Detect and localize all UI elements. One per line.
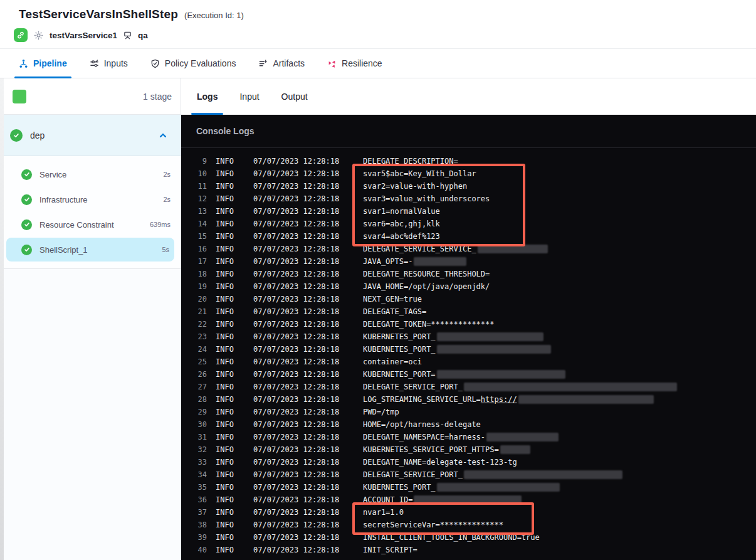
log-timestamp: 07/07/2023 12:28:18 [253,207,363,216]
log-level: INFO [216,270,253,278]
log-line-number: 35 [181,483,207,492]
log-text: DELEGATE_NAME=delegate-test-123-tg [363,458,517,467]
log-level: INFO [216,345,253,354]
sidebar-empty-area [0,269,181,560]
log-row: 22INFO07/07/2023 12:28:18DELEGATE_TOKEN=… [181,318,756,330]
log-text: PWD=/tmp [363,408,399,416]
log-message: container=oci [363,357,756,366]
log-level: INFO [216,520,253,529]
environment-name[interactable]: qa [138,31,148,40]
log-message: svar6=abc,ghj,klk [363,219,756,228]
log-timestamp: 07/07/2023 12:28:18 [253,546,363,554]
log-message: DELEGATE_NAME=delegate-test-123-tg [363,458,756,467]
log-text: svar6=abc,ghj,klk [363,219,440,228]
success-check-icon [21,219,32,230]
tab-pipeline[interactable]: Pipeline [19,49,67,78]
log-line-number: 11 [181,182,207,191]
console: Console Logs 9INFO07/07/2023 12:28:18DEL… [181,115,756,560]
log-message: DELEGATE_TOKEN=************** [363,320,756,329]
success-check-icon [10,129,23,142]
log-row: 27INFO07/07/2023 12:28:18DELEGATE_SERVIC… [181,381,756,393]
console-log-output: 9INFO07/07/2023 12:28:18DELEGATE_DESCRIP… [181,148,756,556]
redacted-text [500,445,530,454]
log-row: 28INFO07/07/2023 12:28:18LOG_STREAMING_S… [181,393,756,406]
log-message: nvar1=1.0 [363,508,756,517]
log-timestamp: 07/07/2023 12:28:18 [253,345,363,354]
log-tab-logs[interactable]: Logs [191,78,223,115]
log-message: ACCOUNT_ID= [363,495,756,504]
log-row: 23INFO07/07/2023 12:28:18KUBERNETES_PORT… [181,330,756,343]
step-resource-constraint[interactable]: Resource Constraint639ms [0,212,181,237]
redacted-text [464,470,622,479]
log-row: 30INFO07/07/2023 12:28:18HOME=/opt/harne… [181,418,756,431]
log-level: INFO [216,420,253,429]
log-text: HOME=/opt/harness-delegate [363,420,481,429]
log-row: 13INFO07/07/2023 12:28:18svar1=normalVal… [181,205,756,218]
tab-policy-evaluations[interactable]: Policy Evaluations [150,49,236,78]
log-level: INFO [216,495,253,504]
log-row: 31INFO07/07/2023 12:28:18DELEGATE_NAMESP… [181,431,756,443]
log-level: INFO [216,219,253,228]
log-message: JAVA_HOME=/opt/java/openjdk/ [363,282,756,291]
step-duration: 2s [163,196,171,203]
log-line-number: 19 [181,282,207,291]
log-level: INFO [216,282,253,291]
step-list: Service2sInfrastructure2sResource Constr… [0,156,181,269]
log-level: INFO [216,207,253,216]
log-text: KUBERNETES_PORT_ [363,483,436,492]
log-message: KUBERNETES_PORT= [363,370,756,379]
tab-resilience[interactable]: Resilience [327,49,382,78]
log-text: nvar1=1.0 [363,508,404,517]
stage-status-square[interactable] [13,90,26,103]
log-line-number: 21 [181,307,207,316]
log-timestamp: 07/07/2023 12:28:18 [253,533,363,542]
success-check-icon [21,194,32,205]
log-line-number: 34 [181,470,207,479]
gear-icon [33,30,44,41]
log-row: 37INFO07/07/2023 12:28:18nvar1=1.0 [181,506,756,519]
service-link-icon [14,28,28,42]
log-line-number: 29 [181,408,207,416]
log-text: DELEGATE_SERVICE_PORT_ [363,383,463,391]
log-line-number: 23 [181,332,207,341]
service-name[interactable]: testVarsService1 [50,31,117,40]
step-infrastructure[interactable]: Infrastructure2s [0,187,181,212]
log-text: svar3=value_with_underscores [363,194,490,203]
log-timestamp: 07/07/2023 12:28:18 [253,245,363,253]
log-message: INSTALL_CLIENT_TOOLS_IN_BACKGROUND=true [363,533,756,542]
log-level: INFO [216,395,253,404]
log-row: 20INFO07/07/2023 12:28:18NEXT_GEN=true [181,293,756,305]
log-line-number: 30 [181,420,207,429]
redacted-text [414,495,522,504]
log-row: 35INFO07/07/2023 12:28:18KUBERNETES_PORT… [181,481,756,494]
tab-inputs[interactable]: Inputs [90,49,128,78]
tab-label: Pipeline [33,58,67,68]
log-text: INIT_SCRIPT= [363,546,417,554]
log-timestamp: 07/07/2023 12:28:18 [253,295,363,304]
log-text: JAVA_HOME=/opt/java/openjdk/ [363,282,490,291]
redacted-text [464,383,677,391]
log-timestamp: 07/07/2023 12:28:18 [253,157,363,166]
stage-group-dep[interactable]: dep [0,115,181,156]
log-timestamp: 07/07/2023 12:28:18 [253,395,363,404]
log-text: svar4=abc%def%123 [363,232,440,241]
log-timestamp: 07/07/2023 12:28:18 [253,520,363,529]
log-line-number: 40 [181,546,207,554]
redacted-text [437,370,565,379]
log-line-number: 14 [181,219,207,228]
tab-label: Policy Evaluations [165,58,236,68]
log-message: svar2=value-with-hyphen [363,182,756,191]
chevron-up-icon[interactable] [158,130,168,140]
stage-group-label: dep [30,130,45,140]
execution-meta-row: testVarsService1 qa [14,28,756,42]
log-link[interactable]: https:// [481,395,517,404]
step-shellscript-1[interactable]: ShellScript_15s [6,238,174,262]
log-tab-input[interactable]: Input [234,78,265,115]
log-tab-output[interactable]: Output [276,78,313,115]
step-service[interactable]: Service2s [0,162,181,187]
tab-label: Inputs [104,58,128,68]
environment-icon [123,31,132,40]
tab-artifacts[interactable]: Artifacts [258,49,305,78]
log-row: 18INFO07/07/2023 12:28:18DELEGATE_RESOUR… [181,268,756,280]
log-line-number: 20 [181,295,207,304]
